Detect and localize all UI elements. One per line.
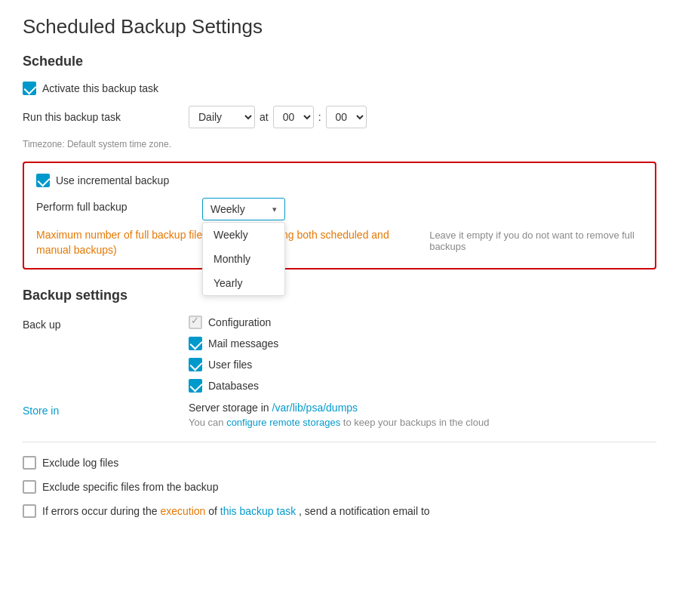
perform-full-dropdown-menu: Weekly Monthly Yearly [202,222,285,296]
if-errors-text: If errors occur during the execution of … [42,505,430,517]
perform-full-dropdown-wrapper: Weekly ▾ Weekly Monthly Yearly [202,198,285,220]
backup-row: Back up Configuration Mail messages User… [23,316,656,393]
perform-full-selected: Weekly [210,203,245,215]
backup-option-databases: Databases [189,379,278,393]
if-errors-task-link[interactable]: this backup task [220,505,296,517]
user-files-label: User files [208,359,252,371]
incremental-row: Use incremental backup [36,174,643,187]
incremental-label: Use incremental backup [56,174,169,186]
run-label: Run this backup task [23,111,189,123]
store-sub: You can configure remote storages to kee… [189,417,489,428]
dropdown-item-weekly[interactable]: Weekly [203,223,284,247]
backup-label: Back up [23,316,189,331]
timezone-text: Timezone: Default system time zone. [23,139,656,149]
chevron-down-icon: ▾ [272,205,277,214]
perform-full-row: Perform full backup Weekly ▾ Weekly Mont… [36,198,643,220]
if-errors-text3: , send a notification email to [299,505,430,517]
incremental-box: Use incremental backup Perform full back… [23,162,656,270]
if-errors-checkbox[interactable] [23,504,36,518]
configuration-checkbox [189,316,202,329]
run-task-row: Run this backup task Daily Weekly Monthl… [23,106,656,128]
store-label: Store in [23,402,189,417]
schedule-section: Schedule Activate this backup task Run t… [23,54,656,270]
backup-option-user-files: User files [189,358,278,371]
exclude-log-row: Exclude log files [23,456,656,470]
frequency-select[interactable]: Daily Weekly Monthly [189,106,255,128]
databases-checkbox[interactable] [189,379,202,393]
if-errors-row: If errors occur during the execution of … [23,504,656,518]
schedule-heading: Schedule [23,54,656,69]
backup-option-mail: Mail messages [189,337,278,350]
exclude-specific-label: Exclude specific files from the backup [42,481,218,493]
if-errors-of: of [208,505,217,517]
divider-1 [23,442,656,442]
perform-full-dropdown-button[interactable]: Weekly ▾ [202,198,285,220]
configure-remote-storages-link[interactable]: configure remote storages [226,417,340,428]
store-sub-text2: to keep your backups in the cloud [340,417,489,428]
dropdown-item-monthly[interactable]: Monthly [203,247,284,271]
store-row: Store in Server storage in /var/lib/psa/… [23,402,656,428]
activate-checkbox[interactable] [23,82,36,95]
store-value-container: Server storage in /var/lib/psa/dumps You… [189,402,489,428]
hour-select[interactable]: 00010203 04050607 08091011 12131415 1617… [273,106,314,128]
mail-checkbox[interactable] [189,337,202,350]
at-label: at [260,111,269,123]
backup-settings-heading: Backup settings [23,288,656,303]
store-text: Server storage in [189,402,272,414]
max-files-row: Maximum number of full backup files to s… [36,228,643,257]
mail-label: Mail messages [208,337,278,350]
user-files-checkbox[interactable] [189,358,202,371]
backup-option-configuration: Configuration [189,316,278,329]
perform-full-label: Perform full backup [36,198,202,213]
backup-settings-section: Backup settings Back up Configuration Ma… [23,288,656,518]
page-title: Scheduled Backup Settings [23,15,656,38]
dropdown-item-yearly[interactable]: Yearly [203,271,284,295]
colon-separator: : [318,111,321,123]
store-sub-text1: You can [189,417,226,428]
exclude-specific-checkbox[interactable] [23,480,36,494]
exclude-log-label: Exclude log files [42,457,118,469]
configuration-label: Configuration [208,316,271,328]
exclude-log-checkbox[interactable] [23,456,36,470]
databases-label: Databases [208,380,259,392]
store-path: /var/lib/psa/dumps [272,402,358,414]
incremental-checkbox[interactable] [36,174,50,187]
minute-select[interactable]: 00153045 [326,106,367,128]
store-value: Server storage in /var/lib/psa/dumps [189,402,489,414]
activate-label: Activate this backup task [42,82,158,94]
backup-options: Configuration Mail messages User files D… [189,316,278,393]
max-files-desc: Leave it empty if you do not want to rem… [429,228,643,252]
activate-row: Activate this backup task [23,82,656,95]
exclude-specific-row: Exclude specific files from the backup [23,480,656,494]
if-errors-text1: If errors occur during the [42,505,158,517]
run-controls: Daily Weekly Monthly at 00010203 0405060… [189,106,367,128]
if-errors-execution: execution [160,505,205,517]
